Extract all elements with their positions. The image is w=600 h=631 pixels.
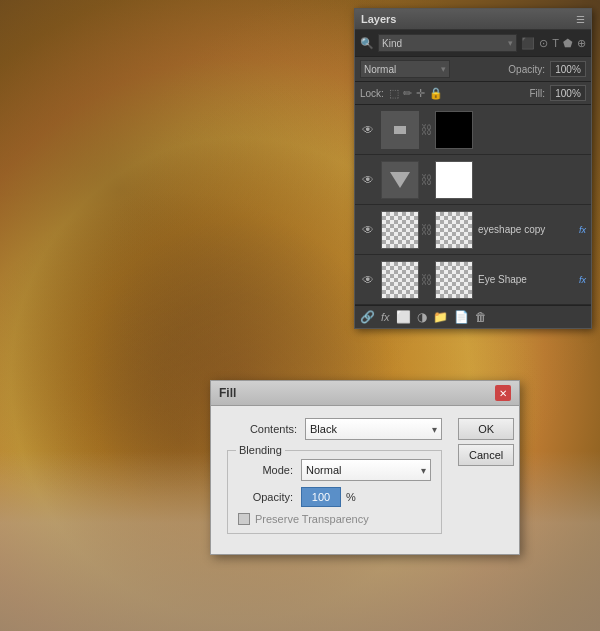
- link-icon[interactable]: 🔗: [360, 310, 375, 324]
- layers-panel: Layers ☰ 🔍 Kind ▾ ⬛ ⊙ T ⬟ ⊕ Normal ▾ Opa…: [354, 8, 592, 329]
- adjustment-filter-icon[interactable]: ⊙: [539, 37, 548, 50]
- fill-body: Contents: Black ▾ Blending Mode: Normal …: [211, 406, 519, 554]
- preserve-checkbox[interactable]: [238, 513, 250, 525]
- lock-icons: ⬚ ✏ ✛ 🔒: [389, 87, 443, 100]
- lock-checkerboard-icon[interactable]: ⬚: [389, 87, 399, 100]
- lock-move-icon[interactable]: ✛: [416, 87, 425, 100]
- opacity-field-label: Opacity:: [238, 491, 293, 503]
- blending-legend: Blending: [236, 444, 285, 456]
- contents-row: Contents: Black ▾: [227, 418, 442, 440]
- opacity-row: Opacity: %: [238, 487, 431, 507]
- chain-icon: ⛓: [421, 123, 433, 137]
- opacity-field-wrap: %: [301, 487, 356, 507]
- layer-row[interactable]: 👁 ⛓: [355, 155, 591, 205]
- kind-label: Kind: [382, 38, 402, 49]
- filter-icons: ⬛ ⊙ T ⬟ ⊕: [521, 37, 586, 50]
- layer-name: Eye Shape: [478, 274, 574, 285]
- fill-dialog: Fill ✕ Contents: Black ▾ Blending Mode: [210, 380, 520, 555]
- layers-lock-bar: Lock: ⬚ ✏ ✛ 🔒 Fill:: [355, 82, 591, 105]
- fill-buttons: OK Cancel: [450, 418, 514, 466]
- new-layer-icon[interactable]: 📄: [454, 310, 469, 324]
- kind-dropdown[interactable]: Kind ▾: [378, 34, 517, 52]
- fill-input[interactable]: [550, 85, 586, 101]
- preserve-row: Preserve Transparency: [238, 513, 431, 525]
- layer-row[interactable]: 👁 ⛓ Eye Shape fx: [355, 255, 591, 305]
- contents-dropdown-arrow: ▾: [432, 424, 437, 435]
- fx-badge: fx: [579, 225, 586, 235]
- trash-icon[interactable]: 🗑: [475, 310, 487, 324]
- layer-thumb-icon: [381, 111, 419, 149]
- layers-panel-title: Layers: [361, 13, 396, 25]
- blend-mode-dropdown[interactable]: Normal ▾: [360, 60, 450, 78]
- layer-adj-thumb: [381, 161, 419, 199]
- mode-value: Normal: [306, 464, 341, 476]
- smart-filter-icon[interactable]: ⊕: [577, 37, 586, 50]
- mode-dropdown[interactable]: Normal ▾: [301, 459, 431, 481]
- layer-row[interactable]: 👁 ⛓: [355, 105, 591, 155]
- mode-label: Mode:: [238, 464, 293, 476]
- layer-name: eyeshape copy: [478, 224, 574, 235]
- folder-icon[interactable]: 📁: [433, 310, 448, 324]
- adjustment-icon[interactable]: ◑: [417, 310, 427, 324]
- eye-icon[interactable]: 👁: [360, 223, 376, 237]
- layer-row[interactable]: 👁 ⛓ eyeshape copy fx: [355, 205, 591, 255]
- pixel-filter-icon[interactable]: ⬛: [521, 37, 535, 50]
- layer-thumb-checker: [381, 211, 419, 249]
- layers-bottom-bar: 🔗 fx ⬜ ◑ 📁 📄 🗑: [355, 305, 591, 328]
- mode-row: Mode: Normal ▾: [238, 459, 431, 481]
- eye-icon[interactable]: 👁: [360, 173, 376, 187]
- chain-icon: ⛓: [421, 273, 433, 287]
- eye-icon[interactable]: 👁: [360, 273, 376, 287]
- blend-mode-chevron: ▾: [441, 64, 446, 74]
- opacity-input[interactable]: [550, 61, 586, 77]
- fill-dialog-title: Fill: [219, 386, 236, 400]
- fill-label: Fill:: [529, 88, 545, 99]
- chain-icon: ⛓: [421, 173, 433, 187]
- layer-thumb-wrap: ⛓: [381, 261, 473, 299]
- layer-thumb-wrap: ⛓: [381, 161, 473, 199]
- cancel-button[interactable]: Cancel: [458, 444, 514, 466]
- contents-label: Contents:: [227, 423, 297, 435]
- fill-content-row: Contents: Black ▾ Blending Mode: Normal …: [227, 418, 503, 542]
- layer-thumb-checker: [435, 211, 473, 249]
- fx-icon[interactable]: fx: [381, 311, 390, 323]
- layers-search-bar: 🔍 Kind ▾ ⬛ ⊙ T ⬟ ⊕: [355, 30, 591, 57]
- layer-thumb-checker: [381, 261, 419, 299]
- layers-title-bar: Layers ☰: [355, 9, 591, 30]
- fx-badge: fx: [579, 275, 586, 285]
- mask-icon[interactable]: ⬜: [396, 310, 411, 324]
- text-filter-icon[interactable]: T: [552, 37, 559, 49]
- layer-thumb-black: [435, 111, 473, 149]
- lock-brush-icon[interactable]: ✏: [403, 87, 412, 100]
- opacity-pct: %: [346, 491, 356, 503]
- eye-icon[interactable]: 👁: [360, 123, 376, 137]
- preserve-label: Preserve Transparency: [255, 513, 369, 525]
- contents-dropdown[interactable]: Black ▾: [305, 418, 442, 440]
- layer-info: Eye Shape: [478, 274, 574, 285]
- chain-icon: ⛓: [421, 223, 433, 237]
- kind-chevron: ▾: [508, 38, 513, 48]
- contents-value: Black: [310, 423, 337, 435]
- close-button[interactable]: ✕: [495, 385, 511, 401]
- blend-mode-label: Normal: [364, 64, 396, 75]
- shape-filter-icon[interactable]: ⬟: [563, 37, 573, 50]
- opacity-field[interactable]: [301, 487, 341, 507]
- layer-info: eyeshape copy: [478, 224, 574, 235]
- blending-group: Blending Mode: Normal ▾ Opacity: %: [227, 450, 442, 534]
- lock-label: Lock:: [360, 88, 384, 99]
- layer-thumb-white: [435, 161, 473, 199]
- layers-mode-bar: Normal ▾ Opacity:: [355, 57, 591, 82]
- svg-rect-0: [394, 126, 406, 134]
- triangle-icon: [390, 172, 410, 188]
- mode-dropdown-arrow: ▾: [421, 465, 426, 476]
- lock-all-icon[interactable]: 🔒: [429, 87, 443, 100]
- search-icon: 🔍: [360, 37, 374, 50]
- opacity-label: Opacity:: [508, 64, 545, 75]
- layers-menu-icon[interactable]: ☰: [576, 14, 585, 25]
- fill-title-bar: Fill ✕: [211, 381, 519, 406]
- ok-button[interactable]: OK: [458, 418, 514, 440]
- layer-thumb-wrap: ⛓: [381, 111, 473, 149]
- layer-thumb-wrap: ⛓: [381, 211, 473, 249]
- fill-left: Contents: Black ▾ Blending Mode: Normal …: [227, 418, 442, 542]
- layer-thumb-checker: [435, 261, 473, 299]
